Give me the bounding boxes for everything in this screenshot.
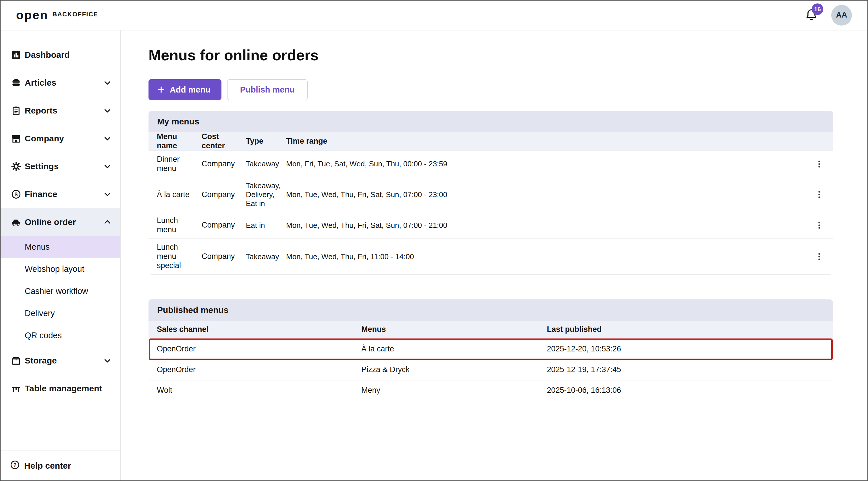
type-cell: Takeaway, Delivery, Eat in [246,181,286,208]
my-menus-column-headers: Menu name Cost center Type Time range [149,132,833,151]
burger-icon [10,77,22,89]
bell-icon [805,17,818,22]
table-row[interactable]: OpenOrder Pizza & Dryck 2025-12-19, 17:3… [149,360,833,381]
page-title: Menus for online orders [149,47,833,64]
sidebar-subitem-label: Delivery [25,309,55,318]
menu-name-cell: Lunch menu [157,216,202,235]
column-header: Menu name [157,132,202,151]
menus-cell: Pizza & Dryck [361,365,547,374]
kebab-menu-icon[interactable] [814,159,824,169]
type-cell: Takeaway [246,252,286,261]
menu-name-cell: À la carte [157,190,202,200]
sidebar-subitem-cashier-workflow[interactable]: Cashier workflow [0,280,120,302]
chevron-down-icon [102,106,112,116]
sidebar-item-articles[interactable]: Articles [0,69,120,96]
help-center-button[interactable]: ? Help center [0,451,120,481]
sidebar-item-finance[interactable]: $ Finance [0,180,120,208]
add-menu-button[interactable]: Add menu [149,79,221,100]
delivery-car-icon [10,216,22,229]
column-header: Cost center [202,132,246,151]
sidebar-subitem-webshop-layout[interactable]: Webshop layout [0,258,120,280]
clipboard-icon [10,104,22,117]
main-content: Menus for online orders Add menu Publish… [121,30,868,481]
dashboard-icon [10,49,22,61]
last-published-cell: 2025-12-20, 10:53:26 [547,344,833,354]
menus-cell: Meny [361,386,547,395]
published-menus-column-headers: Sales channel Menus Last published [149,321,833,339]
sidebar-bottom: ? Help center [0,451,120,481]
column-header: Sales channel [157,325,361,334]
publish-menu-button[interactable]: Publish menu [227,79,308,100]
app-logo: open BACKOFFICE [16,8,98,22]
question-circle-icon: ? [10,460,20,472]
avatar[interactable]: AA [831,5,852,26]
sidebar-subitem-label: Webshop layout [25,264,84,274]
table-row[interactable]: OpenOrder À la carte 2025-12-20, 10:53:2… [149,339,833,360]
published-menus-section: Published menus Sales channel Menus Last… [149,299,833,401]
logo-open-text: open [16,8,48,22]
plus-icon [157,85,166,94]
cost-center-cell: Company [202,190,246,200]
menu-name-cell: Dinner menu [157,155,202,173]
column-header: Menus [361,325,547,334]
kebab-menu-icon[interactable] [814,252,824,262]
publish-menu-label: Publish menu [240,85,295,94]
table-row[interactable]: Wolt Meny 2025-10-06, 16:13:06 [149,381,833,401]
time-range-cell: Mon, Tue, Wed, Thu, Fri, Sat, Sun, 07:00… [286,221,805,230]
type-cell: Takeaway [246,159,286,169]
svg-text:$: $ [14,191,18,197]
table-row[interactable]: Lunch menu special Company Takeaway Mon,… [149,239,833,275]
topbar-right: 16 AA [805,5,852,26]
table-row[interactable]: Lunch menu Company Eat in Mon, Tue, Wed,… [149,212,833,239]
logo-backoffice-text: BACKOFFICE [52,11,98,18]
sidebar-item-table-management[interactable]: Table management [0,374,120,402]
my-menus-table: Dinner menu Company Takeaway Mon, Fri, T… [149,151,833,275]
sidebar-item-online-order[interactable]: Online order [0,208,120,236]
column-header: Last published [547,325,833,334]
sidebar-item-label: Online order [25,217,76,227]
help-center-label: Help center [24,461,71,471]
table-icon [10,382,22,395]
table-row[interactable]: Dinner menu Company Takeaway Mon, Fri, T… [149,151,833,178]
topbar: open BACKOFFICE 16 AA [0,0,868,30]
chevron-down-icon [102,78,112,88]
sales-channel-cell: OpenOrder [157,344,361,354]
cost-center-cell: Company [202,252,246,261]
sidebar-item-label: Settings [25,161,59,171]
published-menus-table: OpenOrder À la carte 2025-12-20, 10:53:2… [149,339,833,401]
chevron-down-icon [102,356,112,365]
sidebar-item-label: Articles [25,78,56,88]
sidebar-item-dashboard[interactable]: Dashboard [0,41,120,69]
sidebar-item-label: Dashboard [25,50,70,60]
published-menus-header: Published menus [149,299,833,321]
sidebar-item-label: Finance [25,189,57,199]
kebab-menu-icon[interactable] [814,220,824,230]
chevron-down-icon [102,189,112,199]
my-menus-header: My menus [149,111,833,132]
sidebar-subitem-qr-codes[interactable]: QR codes [0,324,120,347]
chevron-up-icon [102,217,112,227]
time-range-cell: Mon, Tue, Wed, Thu, Fri, 11:00 - 14:00 [286,252,805,261]
kebab-menu-icon[interactable] [814,190,824,200]
sidebar-item-storage[interactable]: Storage [0,347,120,374]
sidebar-item-settings[interactable]: Settings [0,152,120,180]
menu-name-cell: Lunch menu special [157,243,202,270]
last-published-cell: 2025-12-19, 17:37:45 [547,365,833,374]
box-icon [10,354,22,367]
sidebar: Dashboard Articles Reports Company [0,30,121,481]
sidebar-item-reports[interactable]: Reports [0,96,120,124]
column-header: Time range [286,137,805,146]
table-row[interactable]: À la carte Company Takeaway, Delivery, E… [149,177,833,212]
sidebar-item-label: Storage [25,356,57,365]
sidebar-subitem-delivery[interactable]: Delivery [0,302,120,324]
time-range-cell: Mon, Tue, Wed, Thu, Fri, Sat, Sun, 07:00… [286,190,805,199]
sales-channel-cell: Wolt [157,386,361,395]
add-menu-label: Add menu [170,85,211,94]
sidebar-subitem-label: Cashier workflow [25,287,88,296]
notification-count-badge: 16 [812,3,823,15]
sidebar-subitem-label: QR codes [25,331,62,340]
sidebar-subitem-menus[interactable]: Menus [0,236,120,258]
sidebar-item-company[interactable]: Company [0,124,120,152]
svg-text:?: ? [13,462,17,468]
notifications-button[interactable]: 16 [805,8,818,22]
